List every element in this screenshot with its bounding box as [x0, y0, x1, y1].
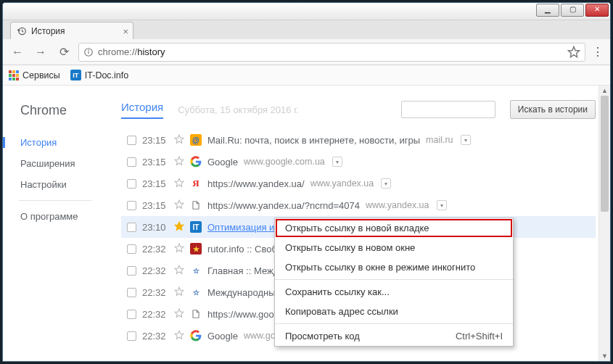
sidebar-divider	[19, 200, 91, 201]
row-time: 22:32	[142, 287, 168, 298]
svg-marker-11	[175, 265, 184, 273]
address-bar[interactable]: chrome://history	[78, 43, 585, 62]
window-minimize-button[interactable]: ▁	[536, 4, 559, 17]
history-row[interactable]: 23:15Googlewww.google.com.ua▾	[121, 151, 596, 173]
page-scrollbar[interactable]: ▲ ▼	[598, 86, 610, 361]
row-star-icon[interactable]	[174, 134, 184, 146]
svg-point-3	[89, 49, 89, 50]
row-star-icon[interactable]	[174, 199, 184, 212]
row-actions-button[interactable]: ▾	[461, 135, 471, 145]
row-favicon	[190, 330, 202, 342]
history-search-button[interactable]: Искать в истории	[510, 100, 596, 119]
row-domain: mail.ru	[426, 135, 453, 145]
row-actions-button[interactable]: ▾	[437, 200, 447, 210]
browser-tab[interactable]: История ×	[10, 22, 133, 39]
bookmark-star-icon[interactable]	[567, 46, 580, 59]
svg-marker-14	[175, 331, 184, 339]
row-checkbox[interactable]	[127, 244, 136, 254]
svg-marker-5	[175, 135, 184, 143]
reload-button[interactable]: ⟳	[55, 44, 73, 61]
bookmark-itdoc[interactable]: IT IT-Doc.info	[70, 70, 128, 80]
row-favicon: ☆	[190, 265, 202, 276]
row-time: 23:10	[142, 222, 168, 233]
sidebar-item-history[interactable]: История	[3, 137, 115, 148]
bookmark-itdoc-label: IT-Doc.info	[85, 70, 128, 80]
row-checkbox[interactable]	[127, 223, 136, 232]
scroll-down-icon[interactable]: ▼	[599, 351, 610, 361]
row-star-icon[interactable]	[174, 330, 184, 342]
svg-marker-8	[175, 200, 184, 208]
row-favicon	[190, 199, 202, 211]
row-checkbox[interactable]	[127, 157, 136, 167]
history-icon	[17, 26, 27, 36]
row-checkbox[interactable]	[127, 266, 136, 276]
link-context-menu: Открыть ссылку в новой вкладке Открыть с…	[274, 218, 514, 347]
svg-marker-10	[175, 244, 184, 252]
sidebar-item-settings[interactable]: Настройки	[20, 179, 115, 190]
row-title-link[interactable]: Google	[207, 157, 238, 167]
row-checkbox[interactable]	[127, 288, 136, 297]
ctx-open-incognito[interactable]: Открыть ссылку в окне в режиме инкогнито	[275, 257, 513, 277]
row-actions-button[interactable]: ▾	[381, 178, 391, 189]
sidebar-item-about[interactable]: О программе	[20, 211, 115, 222]
apps-label: Сервисы	[22, 70, 60, 80]
address-text: chrome://history	[98, 46, 165, 57]
row-checkbox[interactable]	[127, 331, 136, 341]
row-time: 22:32	[142, 265, 168, 276]
apps-grid-icon	[9, 70, 19, 80]
row-title-link[interactable]: https://www.yandex.ua/	[207, 178, 305, 189]
row-checkbox[interactable]	[127, 179, 136, 189]
row-favicon: IT	[190, 221, 202, 233]
row-star-icon[interactable]	[174, 286, 184, 299]
ctx-open-new-tab[interactable]: Открыть ссылку в новой вкладке	[275, 218, 513, 238]
history-search-input[interactable]	[401, 101, 495, 118]
ctx-inspect[interactable]: Просмотреть кодCtrl+Shift+I	[275, 326, 513, 346]
row-time: 22:32	[142, 309, 168, 320]
bookmarks-bar: Сервисы IT IT-Doc.info	[3, 65, 610, 86]
row-checkbox[interactable]	[127, 310, 136, 319]
row-favicon: ★	[190, 243, 202, 255]
history-row[interactable]: 23:15Яhttps://www.yandex.ua/www.yandex.u…	[121, 173, 596, 194]
history-tab-title[interactable]: История	[121, 101, 163, 119]
window-maximize-button[interactable]: ▢	[561, 4, 584, 17]
sidebar-item-extensions[interactable]: Расширения	[20, 158, 115, 169]
svg-marker-13	[175, 309, 184, 317]
back-button[interactable]: ←	[9, 44, 26, 61]
row-time: 23:15	[142, 200, 168, 211]
row-star-icon[interactable]	[174, 156, 184, 168]
row-favicon: ☆	[190, 286, 202, 298]
ctx-save-link-as[interactable]: Сохранить ссылку как...	[275, 282, 513, 302]
apps-shortcut[interactable]: Сервисы	[9, 70, 60, 80]
svg-marker-4	[569, 46, 580, 57]
browser-toolbar: ← → ⟳ chrome://history ⋮	[3, 39, 610, 65]
row-star-icon[interactable]	[174, 221, 184, 233]
tab-title: История	[31, 26, 65, 36]
history-row[interactable]: 23:15@Mail.Ru: почта, поиск в интернете,…	[121, 129, 596, 151]
row-title-link[interactable]: https://www.yandex.ua/?ncrnd=4074	[207, 200, 360, 211]
ctx-copy-link[interactable]: Копировать адрес ссылки	[275, 302, 513, 321]
row-time: 23:15	[142, 178, 168, 189]
window-close-button[interactable]: ✕	[585, 4, 609, 17]
scroll-up-icon[interactable]: ▲	[599, 86, 610, 96]
row-title-link[interactable]: Google	[207, 331, 238, 342]
history-header: История Суббота, 15 октября 2016 г. Иска…	[121, 100, 596, 119]
forward-button[interactable]: →	[32, 44, 49, 61]
row-domain: www.yandex.ua	[366, 200, 429, 210]
row-checkbox[interactable]	[127, 201, 136, 210]
row-favicon: Я	[190, 178, 202, 189]
site-info-icon	[83, 47, 94, 57]
row-actions-button[interactable]: ▾	[332, 157, 342, 167]
row-time: 23:15	[142, 157, 168, 167]
row-star-icon[interactable]	[174, 265, 184, 277]
scroll-thumb[interactable]	[601, 96, 609, 212]
row-title-link[interactable]: Mail.Ru: почта, поиск в интернете, новос…	[207, 135, 420, 146]
ctx-open-new-window[interactable]: Открыть ссылку в новом окне	[275, 238, 513, 257]
history-row[interactable]: 23:15https://www.yandex.ua/?ncrnd=4074ww…	[121, 194, 596, 216]
ctx-separator	[275, 323, 513, 324]
row-star-icon[interactable]	[174, 308, 184, 320]
row-checkbox[interactable]	[127, 136, 136, 145]
row-star-icon[interactable]	[174, 243, 184, 255]
browser-menu-button[interactable]: ⋮	[591, 46, 604, 59]
tab-close-button[interactable]: ×	[123, 25, 128, 36]
row-star-icon[interactable]	[174, 178, 184, 190]
